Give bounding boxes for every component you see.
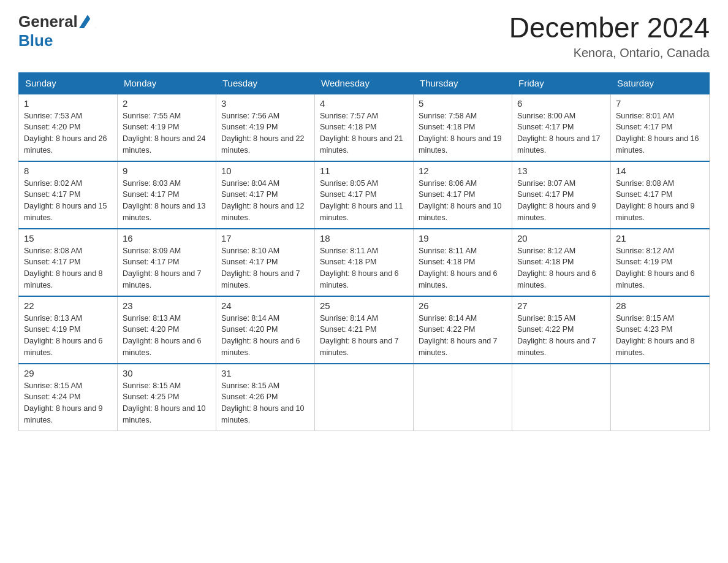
day-number: 9	[123, 166, 211, 176]
week-row-4: 22 Sunrise: 8:13 AMSunset: 4:19 PMDaylig…	[19, 296, 710, 364]
calendar-cell: 9 Sunrise: 8:03 AMSunset: 4:17 PMDayligh…	[118, 161, 216, 229]
calendar-cell: 23 Sunrise: 8:13 AMSunset: 4:20 PMDaylig…	[118, 296, 216, 364]
day-info: Sunrise: 7:58 AMSunset: 4:18 PMDaylight:…	[419, 112, 502, 155]
day-info: Sunrise: 8:12 AMSunset: 4:19 PMDaylight:…	[616, 247, 695, 289]
calendar-cell: 10 Sunrise: 8:04 AMSunset: 4:17 PMDaylig…	[216, 161, 315, 229]
day-number: 3	[221, 98, 309, 109]
day-number: 10	[221, 166, 309, 176]
day-info: Sunrise: 8:11 AMSunset: 4:18 PMDaylight:…	[419, 247, 498, 289]
week-row-3: 15 Sunrise: 8:08 AMSunset: 4:17 PMDaylig…	[19, 229, 710, 296]
col-friday: Friday	[512, 72, 611, 94]
day-info: Sunrise: 8:04 AMSunset: 4:17 PMDaylight:…	[221, 179, 305, 222]
day-info: Sunrise: 8:15 AMSunset: 4:25 PMDaylight:…	[123, 381, 206, 424]
day-number: 13	[517, 166, 605, 176]
day-info: Sunrise: 8:14 AMSunset: 4:20 PMDaylight:…	[221, 314, 300, 357]
day-info: Sunrise: 8:14 AMSunset: 4:21 PMDaylight:…	[320, 314, 399, 357]
calendar-cell: 15 Sunrise: 8:08 AMSunset: 4:17 PMDaylig…	[19, 229, 118, 296]
day-number: 7	[616, 98, 704, 109]
day-number: 27	[517, 301, 605, 311]
day-info: Sunrise: 8:09 AMSunset: 4:17 PMDaylight:…	[123, 247, 202, 289]
day-info: Sunrise: 7:57 AMSunset: 4:18 PMDaylight:…	[320, 112, 403, 155]
day-info: Sunrise: 7:56 AMSunset: 4:19 PMDaylight:…	[221, 112, 305, 155]
day-number: 25	[320, 301, 408, 311]
day-number: 1	[24, 98, 112, 109]
calendar-cell: 18 Sunrise: 8:11 AMSunset: 4:18 PMDaylig…	[315, 229, 414, 296]
week-row-2: 8 Sunrise: 8:02 AMSunset: 4:17 PMDayligh…	[19, 161, 710, 229]
day-number: 22	[24, 301, 112, 311]
day-number: 4	[320, 98, 408, 109]
calendar-cell: 29 Sunrise: 8:15 AMSunset: 4:24 PMDaylig…	[19, 364, 118, 431]
day-number: 2	[123, 98, 211, 109]
day-info: Sunrise: 8:06 AMSunset: 4:17 PMDaylight:…	[419, 179, 502, 222]
day-number: 28	[616, 301, 704, 311]
col-thursday: Thursday	[414, 72, 512, 94]
title-area: December 2024 Kenora, Ontario, Canada	[509, 12, 710, 60]
calendar-cell: 27 Sunrise: 8:15 AMSunset: 4:22 PMDaylig…	[512, 296, 611, 364]
calendar-cell: 2 Sunrise: 7:55 AMSunset: 4:19 PMDayligh…	[118, 94, 216, 161]
logo: General Blue	[18, 12, 96, 50]
day-number: 16	[123, 233, 211, 243]
calendar-cell: 31 Sunrise: 8:15 AMSunset: 4:26 PMDaylig…	[216, 364, 315, 431]
day-info: Sunrise: 8:13 AMSunset: 4:20 PMDaylight:…	[123, 314, 202, 357]
day-info: Sunrise: 8:14 AMSunset: 4:22 PMDaylight:…	[419, 314, 498, 357]
day-info: Sunrise: 8:05 AMSunset: 4:17 PMDaylight:…	[320, 179, 403, 222]
day-number: 19	[419, 233, 507, 243]
page-header: General Blue December 2024 Kenora, Ontar…	[18, 12, 710, 60]
day-info: Sunrise: 7:53 AMSunset: 4:20 PMDaylight:…	[24, 112, 107, 155]
day-number: 26	[419, 301, 507, 311]
day-info: Sunrise: 7:55 AMSunset: 4:19 PMDaylight:…	[123, 112, 206, 155]
day-info: Sunrise: 8:12 AMSunset: 4:18 PMDaylight:…	[517, 247, 596, 289]
day-info: Sunrise: 8:15 AMSunset: 4:24 PMDaylight:…	[24, 381, 103, 424]
calendar-cell	[512, 364, 611, 431]
day-info: Sunrise: 8:10 AMSunset: 4:17 PMDaylight:…	[221, 247, 300, 289]
day-number: 11	[320, 166, 408, 176]
calendar-cell: 12 Sunrise: 8:06 AMSunset: 4:17 PMDaylig…	[414, 161, 512, 229]
day-number: 8	[24, 166, 112, 176]
day-number: 21	[616, 233, 704, 243]
day-number: 20	[517, 233, 605, 243]
day-number: 29	[24, 368, 112, 378]
calendar-cell: 25 Sunrise: 8:14 AMSunset: 4:21 PMDaylig…	[315, 296, 414, 364]
calendar-cell: 21 Sunrise: 8:12 AMSunset: 4:19 PMDaylig…	[611, 229, 710, 296]
calendar-cell: 7 Sunrise: 8:01 AMSunset: 4:17 PMDayligh…	[611, 94, 710, 161]
calendar-cell: 8 Sunrise: 8:02 AMSunset: 4:17 PMDayligh…	[19, 161, 118, 229]
day-number: 14	[616, 166, 704, 176]
calendar-cell: 11 Sunrise: 8:05 AMSunset: 4:17 PMDaylig…	[315, 161, 414, 229]
day-number: 6	[517, 98, 605, 109]
day-info: Sunrise: 8:15 AMSunset: 4:26 PMDaylight:…	[221, 381, 305, 424]
col-sunday: Sunday	[19, 72, 118, 94]
calendar-cell: 22 Sunrise: 8:13 AMSunset: 4:19 PMDaylig…	[19, 296, 118, 364]
col-wednesday: Wednesday	[315, 72, 414, 94]
day-info: Sunrise: 8:03 AMSunset: 4:17 PMDaylight:…	[123, 179, 206, 222]
calendar-cell: 3 Sunrise: 7:56 AMSunset: 4:19 PMDayligh…	[216, 94, 315, 161]
logo-general-text: General	[18, 12, 78, 31]
day-number: 31	[221, 368, 309, 378]
day-info: Sunrise: 8:00 AMSunset: 4:17 PMDaylight:…	[517, 112, 601, 155]
col-saturday: Saturday	[611, 72, 710, 94]
day-number: 23	[123, 301, 211, 311]
day-info: Sunrise: 8:15 AMSunset: 4:22 PMDaylight:…	[517, 314, 596, 357]
calendar-cell: 17 Sunrise: 8:10 AMSunset: 4:17 PMDaylig…	[216, 229, 315, 296]
day-number: 17	[221, 233, 309, 243]
calendar-cell: 6 Sunrise: 8:00 AMSunset: 4:17 PMDayligh…	[512, 94, 611, 161]
calendar-cell: 1 Sunrise: 7:53 AMSunset: 4:20 PMDayligh…	[19, 94, 118, 161]
week-row-5: 29 Sunrise: 8:15 AMSunset: 4:24 PMDaylig…	[19, 364, 710, 431]
day-info: Sunrise: 8:07 AMSunset: 4:17 PMDaylight:…	[517, 179, 596, 222]
calendar-table: Sunday Monday Tuesday Wednesday Thursday…	[18, 72, 710, 432]
calendar-cell: 24 Sunrise: 8:14 AMSunset: 4:20 PMDaylig…	[216, 296, 315, 364]
day-info: Sunrise: 8:01 AMSunset: 4:17 PMDaylight:…	[616, 112, 699, 155]
calendar-cell	[414, 364, 512, 431]
logo-blue-text: Blue	[18, 31, 53, 50]
month-title: December 2024	[509, 12, 710, 44]
day-info: Sunrise: 8:08 AMSunset: 4:17 PMDaylight:…	[616, 179, 695, 222]
calendar-cell: 19 Sunrise: 8:11 AMSunset: 4:18 PMDaylig…	[414, 229, 512, 296]
day-info: Sunrise: 8:11 AMSunset: 4:18 PMDaylight:…	[320, 247, 399, 289]
day-info: Sunrise: 8:08 AMSunset: 4:17 PMDaylight:…	[24, 247, 103, 289]
day-number: 5	[419, 98, 507, 109]
calendar-cell: 26 Sunrise: 8:14 AMSunset: 4:22 PMDaylig…	[414, 296, 512, 364]
calendar-cell	[315, 364, 414, 431]
day-info: Sunrise: 8:13 AMSunset: 4:19 PMDaylight:…	[24, 314, 103, 357]
week-row-1: 1 Sunrise: 7:53 AMSunset: 4:20 PMDayligh…	[19, 94, 710, 161]
day-number: 15	[24, 233, 112, 243]
day-number: 18	[320, 233, 408, 243]
